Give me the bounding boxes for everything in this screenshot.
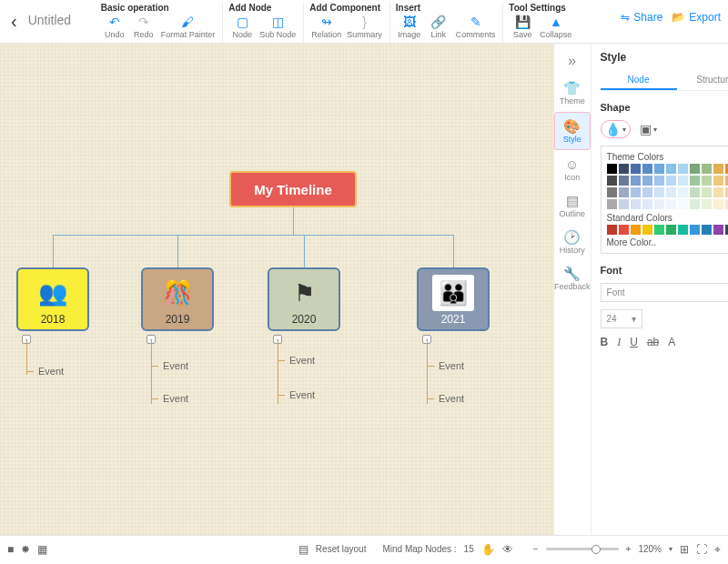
color-swatch[interactable] [690,225,700,235]
color-swatch[interactable] [631,176,641,186]
undo-button[interactable]: ↶Undo [101,15,128,39]
color-swatch[interactable] [631,187,641,197]
color-swatch[interactable] [607,164,617,174]
layout-icon[interactable]: ▤ [298,543,308,556]
color-swatch[interactable] [702,199,712,209]
doc-title[interactable]: Untitled [25,2,96,27]
link-button[interactable]: 🔗Link [425,15,452,39]
brightness-icon[interactable]: ✸ [21,543,30,556]
image-button[interactable]: 🖼Image [396,15,423,39]
color-swatch[interactable] [678,187,688,197]
root-node[interactable]: My Timeline [229,171,357,207]
collapse-panel-icon[interactable]: » [568,47,576,75]
year-node-2018[interactable]: 👥2018 [16,267,89,331]
color-swatch[interactable] [702,225,712,235]
color-swatch[interactable] [619,164,629,174]
color-swatch[interactable] [690,176,700,186]
color-swatch[interactable] [607,176,617,186]
year-node-2021[interactable]: 👪2021 [417,267,490,331]
font-size-select[interactable]: 24▾ [601,309,642,328]
grid-icon[interactable]: ▦ [37,543,47,556]
fill-color-button[interactable]: 💧▾ [601,120,631,138]
tab-node[interactable]: Node [601,71,677,90]
border-color-button[interactable]: ▣▾ [640,122,657,136]
save-button[interactable]: 💾Save [509,15,536,39]
eye-icon[interactable]: 👁 [502,543,513,556]
color-swatch[interactable] [713,225,723,235]
color-swatch[interactable] [642,187,652,197]
color-swatch[interactable] [713,199,723,209]
fullscreen-icon[interactable]: ⛶ [696,543,707,556]
color-swatch[interactable] [607,199,617,209]
color-swatch[interactable] [702,176,712,186]
color-swatch[interactable] [678,164,688,174]
underline-button[interactable]: U [630,336,638,349]
fit-icon[interactable]: ⊞ [680,543,689,556]
color-swatch[interactable] [642,164,652,174]
zoom-in-button[interactable]: + [626,544,632,554]
color-swatch[interactable] [666,176,676,186]
color-swatch[interactable] [631,164,641,174]
hand-icon[interactable]: ✋ [481,543,495,556]
font-color-button[interactable]: A [668,336,675,349]
sidetab-outline[interactable]: ▤Outline [554,187,591,224]
color-swatch[interactable] [619,176,629,186]
canvas[interactable]: My Timeline 👥2018 🎊2019 ⚑2020 👪2021 - - … [0,44,553,535]
color-swatch[interactable] [631,225,641,235]
color-swatch[interactable] [654,199,664,209]
locate-icon[interactable]: ⌖ [714,543,721,556]
color-swatch[interactable] [654,225,664,235]
color-swatch[interactable] [690,199,700,209]
comments-button[interactable]: ✎Comments [454,15,498,39]
color-swatch[interactable] [690,164,700,174]
color-swatch[interactable] [702,187,712,197]
sidetab-style[interactable]: 🎨Style [554,112,591,150]
color-swatch[interactable] [725,176,728,186]
color-swatch[interactable] [631,199,641,209]
collapse-button[interactable]: ▲Collapse [538,15,573,39]
summary-button[interactable]: }Summary [345,15,384,39]
share-button[interactable]: ⇋Share [621,11,662,24]
theme-toggle-icon[interactable]: ■ [7,543,14,556]
year-node-2020[interactable]: ⚑2020 [268,267,340,331]
italic-button[interactable]: I [617,336,621,349]
event-node[interactable]: Event [163,393,188,404]
color-swatch[interactable] [666,199,676,209]
zoom-slider[interactable] [546,548,619,550]
color-swatch[interactable] [619,187,629,197]
format-painter-button[interactable]: 🖌Format Painter [159,15,217,39]
color-swatch[interactable] [654,187,664,197]
event-node[interactable]: Event [439,360,464,371]
reset-layout-button[interactable]: Reset layout [316,544,367,554]
tab-structure[interactable]: Structure [677,71,728,90]
node-button[interactable]: ▢Node [228,15,256,39]
color-swatch[interactable] [666,225,676,235]
font-family-select[interactable]: Font▾ [601,283,728,302]
color-swatch[interactable] [619,225,629,235]
color-swatch[interactable] [642,176,652,186]
color-swatch[interactable] [666,164,676,174]
event-node[interactable]: Event [289,355,315,366]
event-node[interactable]: Event [439,393,464,404]
redo-button[interactable]: ↷Redo [130,15,157,39]
color-swatch[interactable] [678,176,688,186]
color-swatch[interactable] [619,199,629,209]
strike-button[interactable]: ab [647,336,659,349]
sidetab-theme[interactable]: 👕Theme [554,75,591,111]
color-swatch[interactable] [690,187,700,197]
color-swatch[interactable] [654,164,664,174]
more-color-button[interactable]: More Color.. [607,237,728,247]
color-swatch[interactable] [607,187,617,197]
event-node[interactable]: Event [289,389,315,400]
color-swatch[interactable] [654,176,664,186]
color-swatch[interactable] [713,164,723,174]
color-swatch[interactable] [713,176,723,186]
relation-button[interactable]: ↬Relation [309,15,343,39]
back-button[interactable]: ‹ [7,2,25,32]
color-swatch[interactable] [713,187,723,197]
color-swatch[interactable] [725,187,728,197]
color-swatch[interactable] [725,199,728,209]
export-button[interactable]: 📂Export [672,11,721,24]
color-swatch[interactable] [702,164,712,174]
color-swatch[interactable] [678,199,688,209]
